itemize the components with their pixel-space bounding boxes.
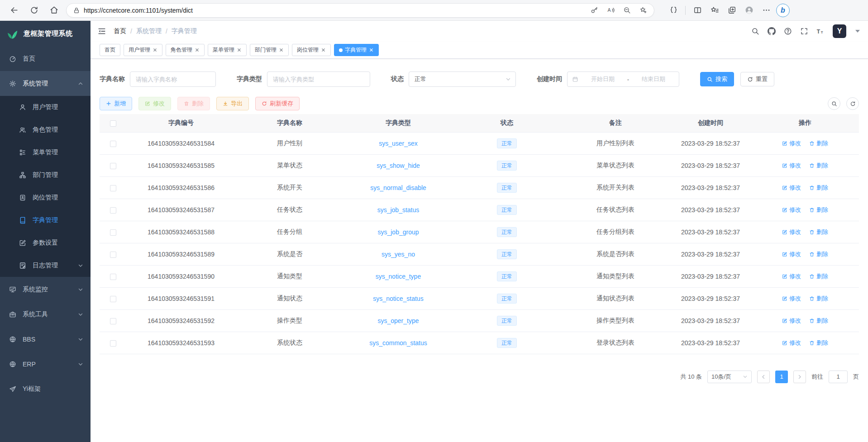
dict-type-link[interactable]: sys_notice_type bbox=[376, 273, 421, 280]
dict-type-link[interactable]: sys_job_status bbox=[377, 206, 420, 214]
row-checkbox[interactable] bbox=[110, 296, 116, 302]
dict-type-link[interactable]: sys_show_hide bbox=[377, 162, 420, 169]
row-delete-button[interactable]: 删除 bbox=[809, 206, 828, 214]
row-delete-button[interactable]: 删除 bbox=[809, 139, 828, 147]
dict-type-link[interactable]: sys_yes_no bbox=[382, 251, 415, 258]
sidebar-item-user-manage[interactable]: 用户管理 bbox=[0, 96, 91, 119]
sidebar-item-dict-manage[interactable]: 字典管理 bbox=[0, 209, 91, 232]
sidebar-item-system-tools[interactable]: 系统工具 bbox=[0, 302, 91, 327]
refresh-cache-button[interactable]: 刷新缓存 bbox=[255, 97, 300, 110]
read-aloud-icon[interactable]: A bbox=[604, 4, 617, 17]
next-page-button[interactable] bbox=[793, 371, 806, 383]
export-button[interactable]: 导出 bbox=[216, 97, 249, 110]
tab-menu-manage[interactable]: 菜单管理 bbox=[208, 44, 247, 56]
reload-icon[interactable] bbox=[26, 3, 42, 18]
split-screen-icon[interactable] bbox=[690, 3, 705, 18]
sidebar-item-bbs[interactable]: BBS bbox=[0, 327, 91, 352]
close-icon[interactable] bbox=[237, 48, 242, 52]
tab-user-manage[interactable]: 用户管理 bbox=[124, 44, 162, 56]
show-search-circle-button[interactable] bbox=[828, 97, 840, 110]
delete-button-disabled[interactable]: 删除 bbox=[177, 97, 210, 110]
refresh-table-circle-button[interactable] bbox=[846, 97, 859, 110]
row-delete-button[interactable]: 删除 bbox=[809, 228, 828, 236]
sidebar-item-erp[interactable]: ERP bbox=[0, 352, 91, 376]
dict-name-input[interactable] bbox=[130, 71, 216, 87]
font-size-icon[interactable]: TT bbox=[816, 27, 825, 35]
row-edit-button[interactable]: 修改 bbox=[782, 250, 801, 258]
url-text[interactable]: https://ccnetcore.com:1101/system/dict bbox=[84, 7, 584, 14]
fold-sidebar-icon[interactable] bbox=[97, 27, 106, 36]
close-icon[interactable] bbox=[321, 48, 326, 52]
favorites-icon[interactable] bbox=[707, 3, 722, 18]
browser-essentials-icon[interactable] bbox=[666, 3, 681, 18]
tab-post-manage[interactable]: 岗位管理 bbox=[292, 44, 331, 56]
row-delete-button[interactable]: 删除 bbox=[809, 184, 828, 192]
address-bar[interactable]: https://ccnetcore.com:1101/system/dict A bbox=[66, 3, 654, 18]
row-checkbox[interactable] bbox=[110, 185, 116, 191]
row-edit-button[interactable]: 修改 bbox=[782, 272, 801, 280]
close-icon[interactable] bbox=[279, 48, 284, 52]
row-delete-button[interactable]: 删除 bbox=[809, 317, 828, 325]
date-start-placeholder[interactable]: 开始日期 bbox=[582, 75, 624, 83]
select-all-checkbox[interactable] bbox=[110, 120, 116, 127]
tab-role-manage[interactable]: 角色管理 bbox=[166, 44, 205, 56]
row-checkbox[interactable] bbox=[110, 163, 116, 169]
row-edit-button[interactable]: 修改 bbox=[782, 139, 801, 147]
row-edit-button[interactable]: 修改 bbox=[782, 162, 801, 170]
tab-home[interactable]: 首页 bbox=[100, 44, 120, 56]
reset-button[interactable]: 重置 bbox=[740, 72, 774, 86]
close-icon[interactable] bbox=[195, 48, 200, 52]
dict-type-link[interactable]: sys_user_sex bbox=[379, 140, 418, 147]
dict-type-link[interactable]: sys_normal_disable bbox=[370, 184, 426, 191]
row-checkbox[interactable] bbox=[110, 229, 116, 236]
dict-type-link[interactable]: sys_notice_status bbox=[373, 295, 423, 302]
row-checkbox[interactable] bbox=[110, 340, 116, 347]
sidebar-item-yi-framework[interactable]: Yi框架 bbox=[0, 376, 91, 401]
breadcrumb-home[interactable]: 首页 bbox=[114, 27, 126, 35]
password-key-icon[interactable] bbox=[588, 4, 601, 17]
sidebar-item-post-manage[interactable]: 岗位管理 bbox=[0, 186, 91, 209]
row-edit-button[interactable]: 修改 bbox=[782, 339, 801, 347]
row-edit-button[interactable]: 修改 bbox=[782, 295, 801, 303]
zoom-out-icon[interactable] bbox=[620, 4, 633, 17]
sidebar-item-menu-manage[interactable]: 菜单管理 bbox=[0, 141, 91, 164]
date-range-picker[interactable]: 开始日期 - 结束日期 bbox=[567, 71, 679, 87]
close-icon[interactable] bbox=[369, 48, 374, 52]
help-icon[interactable] bbox=[784, 27, 792, 35]
sidebar-item-system-monitor[interactable]: 系统监控 bbox=[0, 277, 91, 302]
profile-icon[interactable] bbox=[742, 3, 756, 18]
prev-page-button[interactable] bbox=[757, 371, 770, 383]
tab-dept-manage[interactable]: 部门管理 bbox=[250, 44, 289, 56]
back-icon[interactable] bbox=[6, 3, 22, 18]
sidebar-item-dept-manage[interactable]: 部门管理 bbox=[0, 164, 91, 186]
row-delete-button[interactable]: 删除 bbox=[809, 162, 828, 170]
user-avatar-logo[interactable]: Y bbox=[833, 24, 846, 38]
row-delete-button[interactable]: 删除 bbox=[809, 250, 828, 258]
row-delete-button[interactable]: 删除 bbox=[809, 272, 828, 280]
page-size-select[interactable]: 10条/页 bbox=[707, 371, 752, 383]
dict-type-link[interactable]: sys_common_status bbox=[369, 339, 427, 347]
dict-type-link[interactable]: sys_job_group bbox=[377, 228, 419, 236]
row-delete-button[interactable]: 删除 bbox=[809, 295, 828, 303]
dict-type-link[interactable]: sys_oper_type bbox=[377, 317, 419, 324]
goto-page-input[interactable] bbox=[829, 371, 848, 383]
row-edit-button[interactable]: 修改 bbox=[782, 206, 801, 214]
caret-down-icon[interactable] bbox=[855, 30, 860, 33]
sidebar-item-log-manage[interactable]: 日志管理 bbox=[0, 254, 91, 277]
search-button[interactable]: 搜索 bbox=[700, 72, 734, 86]
home-icon[interactable] bbox=[46, 3, 62, 18]
app-logo[interactable]: 意框架管理系统 bbox=[0, 21, 91, 46]
row-edit-button[interactable]: 修改 bbox=[782, 184, 801, 192]
tab-dict-manage[interactable]: 字典管理 bbox=[334, 44, 379, 56]
fullscreen-icon[interactable] bbox=[800, 27, 808, 35]
close-icon[interactable] bbox=[153, 48, 157, 52]
sidebar-item-system-manage[interactable]: 系统管理 bbox=[0, 71, 91, 96]
row-checkbox[interactable] bbox=[110, 252, 116, 258]
row-checkbox[interactable] bbox=[110, 318, 116, 324]
row-checkbox[interactable] bbox=[110, 141, 116, 147]
row-delete-button[interactable]: 删除 bbox=[809, 339, 828, 347]
search-icon[interactable] bbox=[751, 27, 759, 35]
more-icon[interactable] bbox=[759, 3, 773, 18]
copilot-icon[interactable]: b bbox=[776, 4, 790, 17]
add-button[interactable]: 新增 bbox=[100, 97, 132, 110]
